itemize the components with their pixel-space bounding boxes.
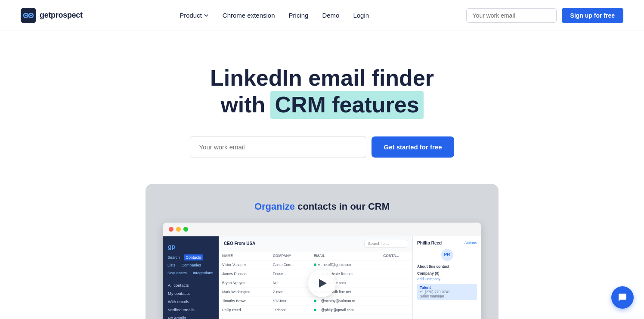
video-label: Organize contacts in our CRM: [163, 201, 481, 212]
table-row[interactable]: Victor Vasquez Gusto Com... v...he.off@g…: [219, 260, 412, 269]
window-dot-red: [169, 227, 173, 232]
nav-demo-link[interactable]: Demo: [322, 12, 339, 19]
nav-email-input[interactable]: [466, 8, 557, 23]
app-list-title: CEO From USA: [224, 241, 255, 246]
col-contact: CONTA...: [380, 251, 412, 260]
chat-icon: [617, 292, 628, 303]
app-tab-companies[interactable]: Companies: [180, 262, 204, 268]
detail-add-company-button[interactable]: Add Company: [417, 277, 477, 281]
app-tab-contacts[interactable]: Contacts: [184, 254, 204, 260]
detail-contact-name: Phillip Reed: [417, 241, 442, 245]
hero-get-started-button[interactable]: Get started for free: [372, 136, 454, 158]
col-email: EMAIL: [310, 251, 380, 260]
video-wrapper: Organize contacts in our CRM gp Search C…: [146, 184, 498, 319]
svg-point-3: [25, 15, 27, 16]
app-search-input[interactable]: [364, 240, 407, 248]
nav-product-link[interactable]: Product: [180, 12, 209, 19]
hero-cta: Get started for free: [190, 136, 454, 158]
organize-text: Organize: [254, 201, 295, 212]
app-sidebar-logo: gp: [168, 243, 175, 250]
app-tab-lists[interactable]: Lists: [165, 262, 178, 268]
window-dot-yellow: [176, 227, 181, 232]
app-main-header: CEO From USA: [219, 236, 412, 251]
sidebar-item-with-emails[interactable]: With emails: [163, 297, 219, 306]
sidebar-item-no-emails[interactable]: No emails: [163, 314, 219, 319]
play-icon: [319, 279, 327, 288]
app-tab-search[interactable]: Search: [165, 254, 182, 260]
app-tab-integrations[interactable]: Integrations: [191, 270, 215, 276]
sidebar-item-my-contacts[interactable]: My contacts: [163, 289, 219, 297]
navbar: getprospect Product Chrome extension Pri…: [0, 0, 644, 31]
table-row[interactable]: Philip Reed Techbot... ...@philip@gmail.…: [219, 305, 412, 314]
app-tab-sequences[interactable]: Sequences: [165, 270, 189, 276]
nav-signup-button[interactable]: Sign up for free: [562, 8, 623, 23]
detail-avatar: PR: [441, 249, 453, 261]
table-row[interactable]: Timothy Brown STATour... ...@ncathy@salm…: [219, 296, 412, 305]
svg-point-4: [30, 15, 32, 16]
nav-chrome-extension-link[interactable]: Chrome extension: [223, 12, 275, 19]
nav-right: Sign up for free: [466, 8, 623, 23]
detail-about-section: About this contact: [417, 264, 477, 269]
brand-name: getprospect: [40, 11, 83, 20]
nav-login-link[interactable]: Login: [353, 12, 369, 19]
crm-highlight: CRM features: [270, 91, 423, 119]
nav-pricing-link[interactable]: Pricing: [289, 12, 309, 19]
hero-email-input[interactable]: [190, 136, 366, 158]
col-company: COMPANY: [269, 251, 310, 260]
sidebar-item-verified-emails[interactable]: Verified emails: [163, 306, 219, 314]
play-button[interactable]: [308, 269, 336, 297]
detail-talent-badge: Talent +1 (270) 770-0741 Sales manager: [417, 284, 477, 300]
brand-logo[interactable]: getprospect: [21, 8, 83, 23]
detail-actions-link[interactable]: Actions: [464, 241, 477, 245]
app-preview: gp Search Contacts Lists Companies Seque…: [163, 223, 481, 319]
hero-section: LinkedIn email finder with CRM features …: [0, 31, 644, 175]
chat-bubble[interactable]: [611, 286, 634, 309]
app-nav-tabs: Search Contacts Lists Companies Sequence…: [163, 254, 219, 279]
hero-title: LinkedIn email finder with CRM features: [210, 65, 434, 119]
nav-links: Product Chrome extension Pricing Demo Lo…: [180, 12, 369, 19]
window-dot-green: [183, 227, 188, 232]
video-section: Organize contacts in our CRM gp Search C…: [0, 175, 644, 319]
app-window-bar: [163, 223, 481, 236]
app-detail-panel: Phillip Reed Actions PR About this conta…: [412, 236, 481, 319]
app-sidebar: gp Search Contacts Lists Companies Seque…: [163, 236, 219, 319]
sidebar-item-all-contacts[interactable]: All contacts: [163, 281, 219, 289]
app-sidebar-filters: All contacts My contacts With emails Ver…: [163, 279, 219, 319]
col-name: NAME: [219, 251, 269, 260]
detail-company-section: Company (0) Add Company: [417, 271, 477, 281]
